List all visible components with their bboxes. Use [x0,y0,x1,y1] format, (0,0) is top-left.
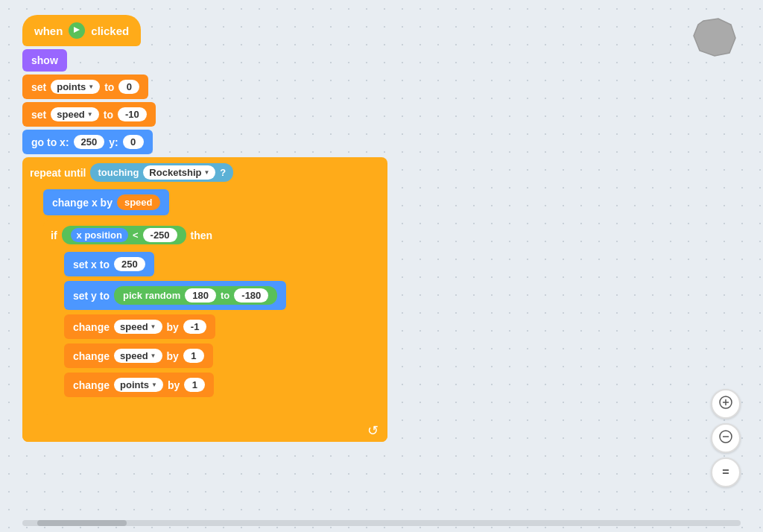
go-to-block[interactable]: go to x: 250 y: 0 [22,130,153,154]
change-x-row: change x by speed [43,189,387,215]
zoom-out-icon [718,429,733,448]
change-points-row: change points ▼ by 1 [64,373,386,397]
sprite-thumbnail [688,15,741,60]
change-speed-plus-block[interactable]: change speed ▼ by 1 [64,343,213,368]
question-mark: ? [220,167,226,178]
speed-dropdown-1[interactable]: speed ▼ [51,107,99,121]
speed-dropdown-2[interactable]: speed ▼ [114,320,162,334]
pick-random-label: pick random [123,290,180,301]
set-x-row: set x to 250 [64,252,386,276]
x-position-pill: x position [71,228,128,242]
speed-value[interactable]: -10 [118,107,147,121]
go-to-y-label: y: [109,136,118,148]
change-x-block[interactable]: change x by speed [43,189,169,215]
change-speed-plus-row: change speed ▼ by 1 [64,343,386,368]
dropdown-arrow-3: ▼ [203,169,209,176]
speed-variable-pill: speed [117,194,160,210]
clicked-label: clicked [91,25,129,37]
rocketship-dropdown[interactable]: Rocketship ▼ [143,165,215,180]
dropdown-arrow-1: ▼ [88,83,94,90]
hat-block-row: when clicked [22,15,440,46]
touching-label: touching [98,167,139,178]
block-stack: when clicked show set points ▼ [22,15,440,442]
go-to-y-value[interactable]: 0 [123,135,144,149]
random-from[interactable]: 180 [185,288,216,303]
dropdown-arrow-2: ▼ [87,111,93,118]
touching-condition[interactable]: touching Rocketship ▼ ? [90,163,233,182]
points-plus1-value[interactable]: 1 [184,378,205,392]
zoom-out-button[interactable] [711,423,741,453]
dropdown-arrow-5: ▼ [151,352,156,359]
minus250-value[interactable]: -250 [143,228,177,242]
when-flag-clicked-block[interactable]: when clicked [22,15,141,46]
zoom-reset-button[interactable]: = [711,457,741,487]
points-value[interactable]: 0 [118,80,139,94]
random-to[interactable]: -180 [234,288,268,303]
set-speed-row: set speed ▼ to -10 [22,102,440,127]
to-label-2: to [104,109,113,121]
set-points-row: set points ▼ to 0 [22,75,440,99]
less-than-operator: < [133,229,139,241]
change-speed-minus-block[interactable]: change speed ▼ by -1 [64,314,215,339]
zoom-controls: = [711,389,741,487]
if-block: if x position < -250 then se [43,220,386,415]
set-label-1: set [31,81,46,93]
change-label-1: change [73,321,110,333]
set-y-row: set y to pick random 180 to -180 [64,281,386,310]
condition-pill[interactable]: x position < -250 [62,226,186,244]
plus1-value[interactable]: 1 [183,349,204,363]
dropdown-arrow-6: ▼ [151,381,157,388]
change-label-2: change [73,350,110,362]
by-label-1: by [167,321,179,333]
show-block-row: show [22,49,440,72]
dropdown-arrow-4: ▼ [151,323,156,330]
go-to-row: go to x: 250 y: 0 [22,130,440,154]
set-x-block[interactable]: set x to 250 [64,252,154,276]
by-label-2: by [167,350,179,362]
svg-marker-0 [694,19,735,56]
change-x-label: change x by [52,197,113,209]
set-points-block[interactable]: set points ▼ to 0 [22,75,148,99]
zoom-reset-icon: = [722,466,729,479]
scrollbar-thumb[interactable] [37,520,127,526]
refresh-icon: ↺ [367,422,379,439]
points-dropdown[interactable]: points ▼ [51,80,100,94]
when-label: when [34,25,63,37]
show-label: show [31,54,58,66]
change-label-3: change [73,379,110,391]
show-block[interactable]: show [22,49,67,72]
go-to-x-value[interactable]: 250 [74,135,105,149]
set-y-label: set y to [73,290,110,302]
to-label-random: to [221,290,229,301]
set-x-value[interactable]: 250 [114,257,145,271]
change-points-block[interactable]: change points ▼ by 1 [64,373,214,397]
then-label: then [191,229,213,241]
by-label-3: by [168,379,180,391]
scratch-workspace: when clicked show set points ▼ [22,15,440,442]
minus1-value[interactable]: -1 [183,320,207,334]
repeat-until-label: repeat until [30,167,86,179]
if-inner: set x to 250 set y to pick random 180 [64,250,386,400]
speed-dropdown-3[interactable]: speed ▼ [114,349,162,363]
repeat-until-block: repeat until touching Rocketship ▼ ? cha… [22,157,387,442]
if-header[interactable]: if x position < -250 then [43,220,386,250]
repeat-until-inner: change x by speed if x position < -250 [43,188,387,417]
points-dropdown-2[interactable]: points ▼ [114,378,163,392]
if-label: if [51,229,57,241]
change-speed-minus-row: change speed ▼ by -1 [64,314,386,339]
zoom-in-button[interactable] [711,389,741,419]
to-label-1: to [104,81,114,93]
set-label-2: set [31,109,46,121]
zoom-in-icon [718,395,733,414]
set-y-block[interactable]: set y to pick random 180 to -180 [64,281,286,310]
horizontal-scrollbar[interactable] [22,520,741,526]
repeat-until-footer: ↺ [22,419,387,442]
set-speed-block[interactable]: set speed ▼ to -10 [22,102,156,127]
pick-random-pill[interactable]: pick random 180 to -180 [114,286,277,305]
svg-marker-1 [74,27,80,33]
set-x-label: set x to [73,259,110,270]
repeat-until-header[interactable]: repeat until touching Rocketship ▼ ? [22,157,387,188]
go-to-label: go to x: [31,136,69,148]
flag-icon [69,22,85,39]
